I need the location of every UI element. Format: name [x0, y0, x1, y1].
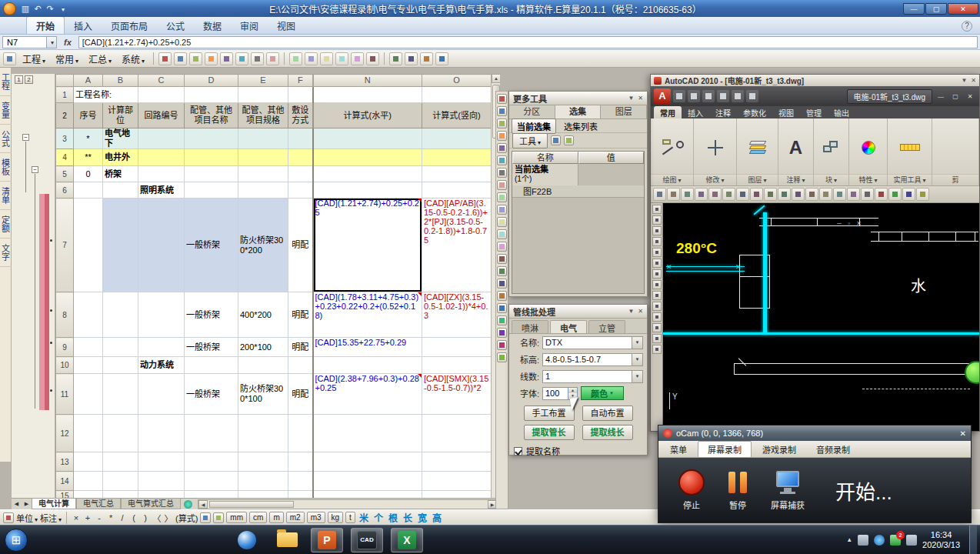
strip-icon[interactable] — [497, 168, 507, 178]
toolbar-icon[interactable] — [335, 52, 348, 65]
align-icon[interactable] — [551, 135, 561, 145]
unit-button-mm[interactable]: mm — [226, 512, 247, 523]
acad-tab-home[interactable]: 常用 — [654, 106, 682, 118]
subtab-selection-list[interactable]: 选集列表 — [558, 118, 603, 134]
cell[interactable]: [CAD][AP/AB](3.15-0.5-0.2-1.6))+2*[PJ](3… — [422, 199, 492, 292]
strip-icon[interactable] — [497, 94, 507, 104]
draw-icon[interactable] — [652, 291, 662, 300]
toolbar-icon[interactable] — [695, 188, 708, 201]
refresh-icon[interactable] — [184, 500, 192, 509]
col-header[interactable]: F — [288, 75, 313, 87]
pin-icon[interactable] — [628, 95, 634, 102]
active-cell[interactable]: [CAD](1.21+2.74)+0.25+0.25 — [313, 199, 422, 292]
name-box[interactable]: N7 — [2, 36, 47, 48]
show-desktop-button[interactable] — [969, 526, 977, 554]
cn-unit-button[interactable]: 宽 — [416, 511, 428, 524]
close-button[interactable] — [948, 3, 978, 15]
sheet-tab-calc[interactable]: 电气计算 — [32, 499, 76, 509]
toolbar-icon[interactable] — [847, 188, 860, 201]
toolbar-icon[interactable] — [266, 52, 279, 65]
tab-riser[interactable]: 立管 — [588, 320, 625, 333]
name-combo[interactable]: DTX▼ — [542, 336, 643, 349]
quick-icon[interactable] — [746, 90, 758, 102]
draw-icon[interactable] — [652, 345, 662, 354]
app-grid-icon[interactable] — [3, 52, 16, 65]
strip-icon[interactable] — [497, 340, 507, 350]
help-icon[interactable] — [962, 21, 972, 32]
strip-icon[interactable] — [497, 180, 507, 190]
acad-tab-output[interactable]: 输出 — [828, 106, 855, 118]
operator-button[interactable]: - — [95, 513, 104, 522]
outline-level-2-button[interactable]: 2 — [25, 75, 33, 84]
doc-close-icon[interactable] — [964, 93, 976, 100]
quick-icon[interactable] — [688, 90, 700, 102]
color-button[interactable]: 颜色▼ — [581, 386, 624, 400]
toolbar-icon[interactable] — [405, 52, 418, 65]
tab-home[interactable]: 开始 — [26, 16, 65, 34]
col-header[interactable]: E — [238, 75, 288, 87]
selection-item[interactable]: 图F22B — [512, 185, 644, 198]
strip-icon[interactable] — [497, 266, 507, 276]
col-header[interactable]: N — [313, 75, 422, 87]
strip-icon[interactable] — [497, 352, 507, 362]
cell[interactable]: 一般桥架 — [185, 199, 238, 292]
sidetab-variables[interactable]: 变量 — [0, 96, 12, 125]
toolbar-icon[interactable] — [667, 188, 680, 201]
operator-button[interactable]: × — [72, 513, 81, 522]
toolbar-icon[interactable] — [220, 52, 233, 65]
menu-summary[interactable]: 汇总 — [85, 51, 115, 67]
tab-insert[interactable]: 插入 — [65, 17, 102, 34]
unit-button-t[interactable]: t — [345, 512, 355, 523]
quick-icon[interactable] — [702, 90, 715, 102]
maximize-button[interactable] — [925, 3, 947, 15]
unit-dropdown[interactable]: 单位 — [16, 512, 38, 524]
cell[interactable]: [CAD][ZX](3.15-0.5-1.02-1))*4+0.3 — [422, 292, 492, 338]
operator-button[interactable]: ) — [141, 513, 150, 522]
menu-menu[interactable]: 菜单 — [661, 442, 696, 457]
pin-icon[interactable] — [628, 308, 634, 315]
scroll-up-icon[interactable]: ▲ — [492, 74, 500, 83]
unit-button-m[interactable]: m — [269, 512, 283, 523]
cell[interactable]: 一般桥架 — [185, 338, 238, 357]
cell[interactable]: 明配 — [288, 338, 313, 357]
toolbar-icon[interactable] — [158, 52, 172, 65]
draw-icon[interactable] — [652, 259, 662, 268]
cell[interactable]: 计算式(水平) — [313, 103, 422, 128]
ocam-titlebar[interactable]: oCam (0, 0, 1366, 768) — [658, 426, 971, 441]
selection-group[interactable]: 当前选集 (1个) — [512, 164, 578, 185]
strip-icon[interactable] — [497, 118, 507, 128]
panel-properties[interactable]: 特性 — [849, 118, 888, 185]
close-icon[interactable] — [638, 95, 643, 102]
sidetab-template[interactable]: 模板 — [0, 153, 12, 182]
cell[interactable]: 一般桥架 — [185, 292, 238, 338]
operator-button[interactable]: ( — [129, 513, 138, 522]
align-icon[interactable] — [564, 135, 574, 145]
cell[interactable]: 防火桥架300*100 — [238, 374, 288, 415]
cell[interactable]: 计算式(竖向) — [422, 103, 492, 128]
toolbar-icon[interactable] — [750, 188, 763, 201]
strip-icon[interactable] — [497, 106, 507, 116]
unit-button-m2[interactable]: m2 — [286, 512, 305, 523]
cn-unit-button[interactable]: 长 — [402, 511, 414, 524]
scroll-thumb[interactable] — [209, 501, 294, 508]
col-header[interactable]: C — [138, 75, 185, 87]
cell[interactable]: [CAD]15.35+22.75+0.29 — [313, 338, 422, 357]
toolbar-icon[interactable] — [189, 52, 202, 65]
toolbar-icon[interactable] — [819, 188, 832, 201]
toolbar-icon[interactable] — [902, 188, 915, 201]
acad-tab-parametric[interactable]: 参数化 — [737, 106, 772, 118]
unit-button-m3[interactable]: m3 — [307, 512, 325, 523]
toolbar-icon[interactable] — [389, 52, 402, 65]
acad-tab-manage[interactable]: 管理 — [800, 106, 828, 118]
cn-unit-button[interactable]: 根 — [387, 511, 399, 524]
toolbar-icon[interactable] — [861, 188, 874, 201]
operator-button[interactable]: + — [83, 513, 92, 522]
tab-view[interactable]: 视图 — [268, 17, 305, 34]
strip-icon[interactable] — [497, 303, 507, 313]
cell[interactable]: 200*100 — [238, 338, 288, 357]
sheet-tab-summary[interactable]: 电气汇总 — [76, 499, 121, 509]
strip-icon[interactable] — [497, 205, 507, 215]
sheet-tab-formula-summary[interactable]: 电气算式汇总 — [121, 499, 181, 509]
mark-dropdown[interactable]: 标注 — [40, 512, 62, 524]
expression-button[interactable]: (算式) — [175, 512, 198, 524]
